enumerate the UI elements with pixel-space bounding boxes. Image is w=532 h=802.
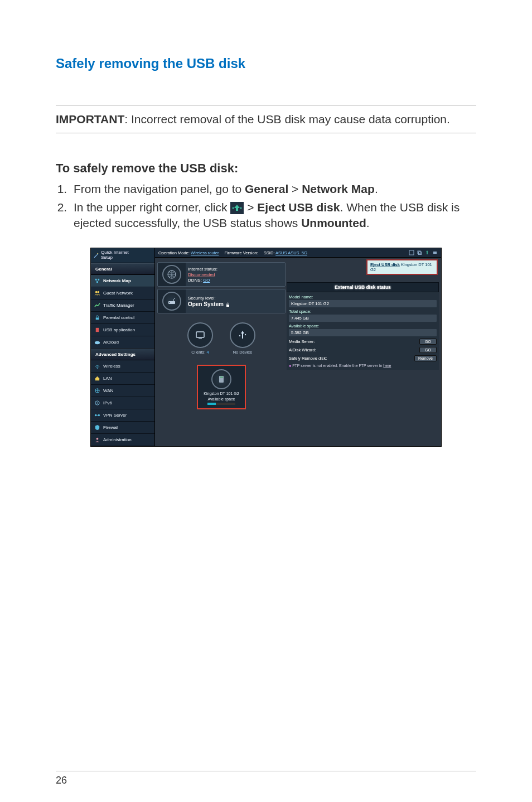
sidebar-item-firewall[interactable]: Firewall (91, 422, 154, 434)
avail-k: Available space: (289, 323, 319, 328)
globe-icon (94, 388, 100, 394)
sidebar-item-network-map[interactable]: Network Map (91, 275, 154, 287)
sidebar-item-label: USB application (103, 327, 135, 332)
clients-label: Clients: (191, 350, 206, 355)
sidebar-item-administration[interactable]: Administration (91, 434, 154, 446)
nodevice-circle[interactable] (230, 322, 255, 348)
total-v: 7.445 GB (289, 315, 437, 322)
internet-status-box: Internet status: Disconnected DDNS: GO (157, 262, 286, 287)
sidebar-item-parental-control[interactable]: Parental control (91, 312, 154, 324)
globe-icon (167, 269, 177, 279)
sidebar-item-usb-application[interactable]: USB application (91, 324, 154, 336)
clients-value: 4 (206, 350, 209, 355)
usb-top-icon[interactable] (424, 250, 430, 255)
sidebar-item-traffic-manager[interactable]: Traffic Manager (91, 299, 154, 312)
opmode-label: Operation Mode: Wireless router (158, 250, 219, 255)
steps-list: From the navigation panel, go to General… (70, 181, 476, 231)
step-2-sep: > (244, 201, 257, 214)
svg-point-16 (98, 414, 100, 417)
sidebar-item-aicloud[interactable]: AiCloud (91, 336, 154, 349)
ipv6-icon: 6 (94, 400, 100, 406)
usb-disk-card[interactable]: Kingston DT 101 G2 Available space (197, 365, 246, 409)
security-value: Open System (188, 301, 225, 307)
sidebar-item-label: Parental control (103, 315, 134, 320)
ftp-here-link[interactable]: here (383, 364, 391, 368)
important-note: IMPORTANT: Incorrect removal of the USB … (56, 105, 476, 133)
sidebar-item-label: Guest Network (103, 291, 133, 296)
svg-rect-4 (98, 279, 99, 281)
lock-icon (94, 315, 100, 321)
sidebar-item-wireless[interactable]: Wireless (91, 360, 154, 373)
svg-rect-25 (226, 305, 229, 307)
topbar: Operation Mode: Wireless router Firmware… (155, 248, 441, 258)
step-1-end: . (375, 182, 378, 195)
ftp-footnote: ● FTP server is not enabled. Enable the … (289, 364, 437, 368)
svg-rect-8 (96, 318, 99, 320)
sidebar-item-ipv6[interactable]: 6IPv6 (91, 397, 154, 409)
remove-button[interactable]: Remove (414, 355, 437, 361)
subheading: To safely remove the USB disk: (56, 161, 476, 176)
aidisk-k: AiDisk Wizard: (289, 347, 316, 352)
svg-point-17 (96, 438, 99, 440)
chart-icon (94, 302, 100, 308)
home-icon (94, 375, 100, 381)
aidisk-go-button[interactable]: GO (419, 347, 437, 353)
security-status-box: Security level: Open System (157, 289, 286, 313)
step-2: In the upper right corner, click > Eject… (70, 200, 476, 231)
step-1-netmap: Network Map (302, 182, 375, 195)
sidebar-item-label: VPN Server (103, 413, 127, 418)
svg-point-24 (169, 302, 170, 303)
clients-circle[interactable] (187, 322, 213, 348)
media-k: Media Server: (289, 339, 315, 344)
svg-point-15 (95, 414, 97, 417)
ddns-go-link[interactable]: GO (203, 278, 210, 283)
printer-icon[interactable] (432, 250, 438, 255)
router-icon (167, 296, 177, 306)
sidebar-item-wan[interactable]: WAN (91, 385, 154, 397)
sidebar-item-vpn-server[interactable]: VPN Server (91, 409, 154, 422)
step-1-sep: > (288, 182, 302, 195)
copy-icon[interactable] (417, 250, 422, 255)
quick-internet-setup[interactable]: Quick Internet Setup (91, 248, 154, 263)
sidebar-item-lan[interactable]: LAN (91, 373, 154, 385)
net-icon[interactable] (409, 250, 414, 255)
security-label: Security level: (188, 296, 283, 301)
media-go-button[interactable]: GO (419, 339, 437, 345)
unlock-icon (225, 302, 230, 307)
person-icon (94, 437, 100, 443)
svg-rect-18 (409, 250, 414, 255)
sidebar-item-label: Network Map (103, 278, 131, 283)
shield-icon (94, 424, 100, 431)
eject-usb-link[interactable]: Eject USB disk (370, 262, 400, 267)
total-k: Total space: (289, 309, 311, 314)
footer-rule (56, 771, 476, 771)
ssid-link[interactable]: ASUS ASUS_5G (275, 250, 307, 255)
step-1: From the navigation panel, go to General… (70, 181, 476, 197)
svg-rect-20 (419, 252, 422, 255)
svg-rect-9 (96, 328, 99, 332)
sidebar-item-label: AiCloud (103, 340, 119, 345)
usb-card-name: Kingston DT 101 G2 (201, 392, 241, 395)
important-label: IMPORTANT (56, 113, 124, 125)
sidebar-item-label: Wireless (103, 364, 120, 369)
svg-point-28 (239, 335, 240, 336)
eject-usb-popup[interactable]: Eject USB disk Kingston DT 101 G2 (366, 259, 438, 275)
bottom-circles: Clients: 4 No Device (157, 319, 286, 358)
sidebar-item-guest-network[interactable]: Guest Network (91, 287, 154, 299)
wifi-icon (94, 363, 100, 369)
model-v: Kingston DT 101 G2 (289, 300, 437, 307)
inet-status-value[interactable]: Disconnected (188, 272, 215, 277)
svg-point-0 (233, 207, 234, 209)
opmode-link[interactable]: Wireless router (191, 250, 219, 255)
avail-bar (207, 403, 235, 405)
router-screenshot: Quick Internet Setup General Network Map… (90, 248, 442, 447)
step-1-general: General (245, 182, 288, 195)
right-column: External USB disk status Model name:King… (287, 260, 439, 409)
topbar-icons (409, 250, 438, 255)
sidebar-general-header: General (91, 263, 154, 275)
people-icon (94, 290, 100, 296)
svg-point-10 (95, 341, 100, 345)
cloud-icon (94, 339, 100, 345)
usb-plug-icon (236, 329, 249, 341)
mid-column: Internet status: Disconnected DDNS: GO S… (157, 260, 286, 409)
